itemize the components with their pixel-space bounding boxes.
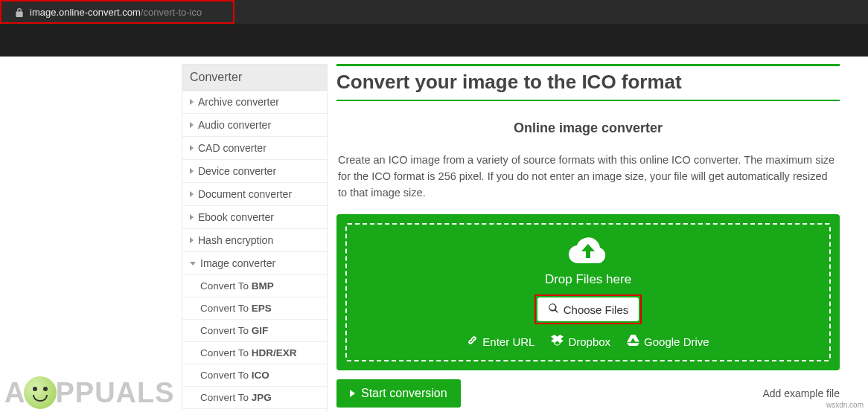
subitem-hdr[interactable]: Convert To HDR/EXR	[182, 342, 327, 364]
caret-right-icon	[190, 237, 194, 243]
option-label: Enter URL	[482, 335, 534, 348]
choose-files-highlight: Choose Files	[534, 294, 642, 324]
gdrive-icon	[627, 335, 639, 348]
start-button-label: Start conversion	[361, 387, 447, 400]
search-icon	[548, 303, 559, 316]
subitem-ico[interactable]: Convert To ICO	[182, 364, 327, 387]
caret-right-icon	[190, 122, 194, 128]
sidebar-item-archive[interactable]: Archive converter	[182, 91, 327, 114]
play-icon	[350, 390, 355, 397]
caret-right-icon	[190, 214, 194, 220]
watermark-face-icon	[24, 376, 57, 409]
top-rule	[336, 64, 840, 66]
caret-down-icon	[190, 262, 196, 265]
sidebar-item-label: Document converter	[198, 188, 292, 200]
choose-files-button[interactable]: Choose Files	[537, 297, 639, 321]
sidebar-heading: Converter	[182, 65, 327, 91]
sidebar-item-ebook[interactable]: Ebook converter	[182, 206, 327, 229]
cloud-options-row: Enter URL Dropbox Google Drive	[467, 335, 709, 348]
add-example-file-link[interactable]: Add example file	[762, 387, 840, 399]
cloud-upload-icon	[568, 235, 608, 268]
url-host: image.online-convert.com	[30, 7, 141, 18]
option-label: Google Drive	[644, 335, 709, 348]
subitem-format: EPS	[252, 303, 272, 314]
caret-right-icon	[190, 191, 194, 197]
sidebar-item-document[interactable]: Document converter	[182, 183, 327, 206]
site-topbar	[0, 24, 868, 57]
google-drive-option[interactable]: Google Drive	[627, 335, 709, 348]
address-bar[interactable]: image.online-convert.com/convert-to-ico	[0, 0, 234, 24]
title-rule	[336, 100, 840, 101]
sidebar-item-device[interactable]: Device converter	[182, 160, 327, 183]
subitem-png[interactable]: Convert To PNG	[182, 409, 327, 412]
subitem-bmp[interactable]: Convert To BMP	[182, 275, 327, 297]
caret-right-icon	[190, 168, 194, 174]
subitem-format: ICO	[252, 370, 269, 381]
address-bar-background: image.online-convert.com/convert-to-ico	[0, 0, 868, 24]
bottom-actions-row: Start conversion Add example file	[336, 379, 840, 408]
sidebar-item-label: Image converter	[200, 257, 275, 269]
subitem-prefix: Convert To	[200, 303, 252, 314]
dropbox-option[interactable]: Dropbox	[551, 335, 610, 348]
sidebar-item-hash[interactable]: Hash encryption	[182, 229, 327, 252]
subitem-format: GIF	[252, 325, 269, 336]
upload-dropzone[interactable]: Drop Files here Choose Files Enter URL	[336, 214, 840, 370]
sidebar-item-audio[interactable]: Audio converter	[182, 114, 327, 137]
start-conversion-button[interactable]: Start conversion	[336, 379, 461, 408]
option-label: Dropbox	[568, 335, 610, 348]
drop-files-label: Drop Files here	[545, 272, 631, 287]
sidebar-item-label: Ebook converter	[198, 211, 274, 223]
url-path: /convert-to-ico	[141, 7, 202, 18]
sidebar-item-label: Device converter	[198, 165, 276, 177]
subitem-jpg[interactable]: Convert To JPG	[182, 387, 327, 409]
dropzone-inner: Drop Files here Choose Files Enter URL	[345, 223, 831, 361]
subitem-format: HDR/EXR	[252, 347, 297, 358]
caret-right-icon	[190, 99, 194, 105]
image-credit: wsxdn.com	[826, 401, 864, 409]
caret-right-icon	[190, 145, 194, 151]
sidebar-item-label: Archive converter	[198, 96, 279, 108]
main-panel: Convert your image to the ICO format Onl…	[328, 64, 856, 412]
page-description: Create an ICO image from a variety of so…	[336, 152, 840, 201]
subitem-eps[interactable]: Convert To EPS	[182, 297, 327, 320]
enter-url-option[interactable]: Enter URL	[467, 335, 534, 348]
sidebar-item-image[interactable]: Image converter	[182, 252, 327, 275]
sidebar-item-label: Audio converter	[198, 119, 271, 131]
link-icon	[467, 335, 478, 348]
page-subheading: Online image converter	[336, 120, 840, 136]
lock-icon	[15, 7, 24, 17]
appuals-watermark: A PPUALS	[4, 376, 175, 409]
watermark-post: PPUALS	[55, 377, 174, 409]
choose-files-label: Choose Files	[564, 303, 629, 316]
subitem-prefix: Convert To	[200, 280, 252, 292]
subitem-prefix: Convert To	[200, 370, 252, 381]
subitem-prefix: Convert To	[200, 325, 252, 336]
dropbox-icon	[551, 335, 564, 348]
watermark-pre: A	[4, 377, 25, 409]
sidebar-item-label: CAD converter	[198, 142, 267, 154]
subitem-prefix: Convert To	[200, 347, 252, 358]
sidebar-item-label: Hash encryption	[198, 234, 273, 246]
subitem-gif[interactable]: Convert To GIF	[182, 320, 327, 342]
converter-sidebar: Converter Archive converter Audio conver…	[182, 64, 328, 412]
subitem-format: JPG	[252, 392, 272, 403]
page-title: Convert your image to the ICO format	[336, 71, 840, 98]
subitem-format: BMP	[252, 280, 274, 292]
sidebar-item-cad[interactable]: CAD converter	[182, 137, 327, 160]
subitem-prefix: Convert To	[200, 392, 252, 403]
